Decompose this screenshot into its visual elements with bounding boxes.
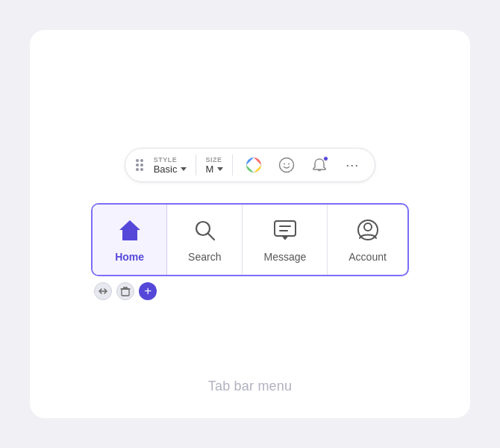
tabbar-wrapper: Home Search <box>91 203 409 300</box>
card-footer-label: Tab bar menu <box>208 379 292 394</box>
size-value[interactable]: M <box>205 164 223 175</box>
style-caret-icon <box>181 167 187 171</box>
tab-account-label: Account <box>349 251 387 263</box>
svg-point-1 <box>251 162 257 168</box>
resize-button[interactable] <box>94 282 112 300</box>
delete-button[interactable] <box>116 282 134 300</box>
bell-button[interactable] <box>307 153 331 177</box>
tab-controls: + <box>94 282 157 300</box>
size-caret-icon <box>217 167 223 171</box>
main-card: STYLE Basic SIZE M <box>30 30 470 418</box>
more-button[interactable]: ··· <box>340 153 364 177</box>
color-wheel-button[interactable] <box>242 153 266 177</box>
message-icon <box>272 217 299 246</box>
add-button[interactable]: + <box>139 282 157 300</box>
style-toolbar: STYLE Basic SIZE M <box>125 148 376 182</box>
size-label: SIZE <box>205 156 222 164</box>
add-icon: + <box>144 284 151 297</box>
toolbar-divider-1 <box>196 155 196 175</box>
style-section: STYLE Basic <box>154 156 187 175</box>
toolbar-divider-2 <box>232 155 233 175</box>
emoji-button[interactable] <box>275 153 299 177</box>
tab-search[interactable]: Search <box>167 205 243 275</box>
tab-search-label: Search <box>188 251 221 263</box>
svg-rect-6 <box>127 234 133 240</box>
tab-home[interactable]: Home <box>93 205 167 275</box>
tab-home-label: Home <box>115 251 144 263</box>
svg-point-13 <box>364 223 372 231</box>
home-icon <box>116 217 143 246</box>
search-icon <box>191 217 218 246</box>
tab-account[interactable]: Account <box>328 205 407 275</box>
account-icon <box>354 217 381 246</box>
svg-rect-15 <box>122 289 129 296</box>
svg-line-8 <box>208 234 214 240</box>
tabbar: Home Search <box>91 203 409 276</box>
more-dots-icon: ··· <box>346 158 359 172</box>
tab-message-label: Message <box>263 251 306 263</box>
size-section: SIZE M <box>205 156 223 175</box>
drag-handle-icon[interactable] <box>136 159 143 171</box>
svg-point-2 <box>280 158 294 172</box>
svg-rect-9 <box>275 221 296 236</box>
svg-point-4 <box>288 164 290 165</box>
style-value[interactable]: Basic <box>154 164 187 175</box>
style-label: STYLE <box>154 156 178 164</box>
tab-message[interactable]: Message <box>243 205 328 275</box>
svg-point-3 <box>284 164 285 165</box>
